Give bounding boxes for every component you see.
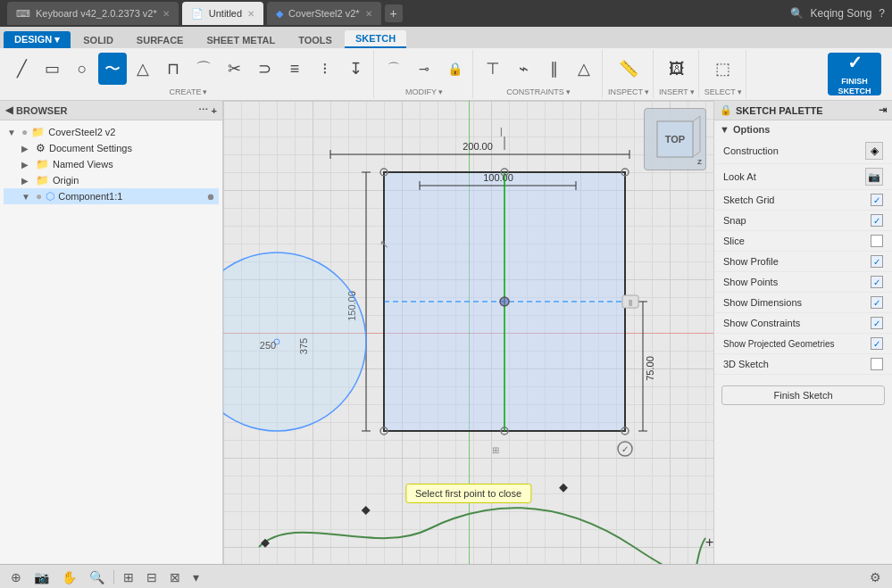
construction-icon-btn[interactable]: ◈ xyxy=(865,142,883,160)
palette-row-snap[interactable]: Snap ✓ xyxy=(714,211,892,231)
show-projected-checkbox[interactable]: ✓ xyxy=(871,337,883,350)
tool-trim[interactable]: ✂ xyxy=(220,53,248,85)
tool-lock[interactable]: 🔒 xyxy=(440,53,469,85)
new-tab-button[interactable]: + xyxy=(385,4,403,22)
design-button[interactable]: DESIGN ▾ xyxy=(4,31,71,48)
tool-circle[interactable]: ○ xyxy=(68,53,96,85)
tab-keyboard[interactable]: ⌨ Keyboard v42_2.0.2373 v2* ✕ xyxy=(7,2,179,25)
help-icon[interactable]: ? xyxy=(879,7,885,20)
palette-row-3d-sketch[interactable]: 3D Sketch xyxy=(714,354,892,375)
snap-checkbox[interactable]: ✓ xyxy=(871,214,883,227)
tool-constraint2[interactable]: ⌁ xyxy=(509,53,538,85)
tab-untitled[interactable]: 📄 Untitled ✕ xyxy=(182,2,263,25)
palette-options-header[interactable]: ▼ Options xyxy=(714,120,892,138)
coversteel-folder-icon: 📁 xyxy=(31,126,45,138)
tool-pattern[interactable]: ⁝ xyxy=(311,53,339,85)
tool-insert-image[interactable]: 🖼 xyxy=(663,53,691,85)
palette-expand-icon[interactable]: ⇥ xyxy=(879,104,887,116)
constraints-arrow: ▾ xyxy=(566,87,571,96)
slice-checkbox[interactable] xyxy=(871,235,883,247)
tool-extend[interactable]: ⊸ xyxy=(410,53,438,85)
tree-item-named-views[interactable]: ▶ 📁 Named Views xyxy=(4,156,219,172)
component-vis-icon[interactable]: ● xyxy=(36,190,42,203)
untitled-tab-close[interactable]: ✕ xyxy=(247,9,254,19)
show-profile-label: Show Profile xyxy=(723,256,779,267)
tree-item-component[interactable]: ▼ ● ⬡ Component1:1 ⏺ xyxy=(4,188,219,204)
search-icon[interactable]: 🔍 xyxy=(790,7,804,20)
tree-item-coversteel[interactable]: ▼ ● 📁 CoverSteel2 v2 xyxy=(4,124,219,140)
palette-row-show-profile[interactable]: Show Profile ✓ xyxy=(714,252,892,272)
3d-sketch-checkbox[interactable] xyxy=(871,358,883,370)
bottom-chevron-icon[interactable]: ▾ xyxy=(189,568,203,586)
palette-row-sketch-grid[interactable]: Sketch Grid ✓ xyxy=(714,190,892,211)
tool-polygon[interactable]: △ xyxy=(129,53,157,85)
coversteel-tab-close[interactable]: ✕ xyxy=(365,9,372,19)
tool-constraint4[interactable]: △ xyxy=(570,53,598,85)
palette-row-construction[interactable]: Construction ◈ xyxy=(714,138,892,164)
coversteel-vis-icon[interactable]: ● xyxy=(21,126,28,138)
sketch-grid-checkbox[interactable]: ✓ xyxy=(871,194,883,206)
show-points-checkbox[interactable]: ✓ xyxy=(871,276,883,288)
rectangle-icon: ▭ xyxy=(45,59,60,79)
canvas-area[interactable]: 200.00 100.00 150.00 75.00 250 375 xyxy=(223,101,713,564)
tree-item-origin[interactable]: ▶ 📁 Origin xyxy=(4,172,219,188)
show-dimensions-checkbox[interactable]: ✓ xyxy=(871,296,883,309)
tool-mirror[interactable]: ≡ xyxy=(280,53,309,85)
tool-offset[interactable]: ⊃ xyxy=(250,53,279,85)
bottom-display-icon[interactable]: ⊠ xyxy=(166,568,184,586)
constraint3-icon: ∥ xyxy=(550,59,558,79)
ribbon-toolbar: ╱ ▭ ○ 〜 △ ⊓ ⌒ xyxy=(0,48,892,100)
tab-tools[interactable]: TOOLS xyxy=(288,32,343,48)
show-constraints-checkbox[interactable]: ✓ xyxy=(871,317,883,329)
tool-arc[interactable]: ⌒ xyxy=(189,53,218,85)
tool-line[interactable]: ╱ xyxy=(7,53,36,85)
bottom-grid-toggle-icon[interactable]: ⊞ xyxy=(120,568,138,586)
svg-line-44 xyxy=(693,116,700,121)
browser-menu-icon[interactable]: ⋯ xyxy=(198,104,208,116)
component-expand[interactable]: ▼ xyxy=(21,192,32,202)
tool-slot[interactable]: ⊓ xyxy=(159,53,188,85)
named-views-expand[interactable]: ▶ xyxy=(21,160,32,170)
tab-coversteel[interactable]: ◆ CoverSteel2 v2* ✕ xyxy=(267,2,381,25)
browser-plus-icon[interactable]: + xyxy=(212,105,217,116)
doc-settings-expand[interactable]: ▶ xyxy=(21,144,32,153)
keyboard-tab-close[interactable]: ✕ xyxy=(163,9,170,19)
show-profile-checkbox[interactable]: ✓ xyxy=(871,255,883,268)
browser-collapse-icon[interactable]: ◀ xyxy=(5,104,13,116)
bottom-zoom-icon[interactable]: 🔍 xyxy=(86,568,108,586)
svg-text:|: | xyxy=(500,127,503,137)
palette-row-show-constraints[interactable]: Show Constraints ✓ xyxy=(714,313,892,334)
tool-rectangle[interactable]: ▭ xyxy=(38,53,66,85)
show-dimensions-label: Show Dimensions xyxy=(723,297,802,308)
tool-fillet[interactable]: ⌒ xyxy=(379,53,408,85)
tool-project[interactable]: ↧ xyxy=(341,53,370,85)
palette-row-show-points[interactable]: Show Points ✓ xyxy=(714,272,892,293)
tool-measure[interactable]: 📏 xyxy=(614,53,643,85)
palette-row-slice[interactable]: Slice xyxy=(714,231,892,252)
tool-constraint1[interactable]: ⊤ xyxy=(479,53,507,85)
tree-item-doc-settings[interactable]: ▶ ⚙ Document Settings xyxy=(4,140,219,156)
tool-select[interactable]: ⬚ xyxy=(709,53,738,85)
tab-solid[interactable]: SOLID xyxy=(72,32,124,48)
look-at-icon-btn[interactable]: 📷 xyxy=(865,168,883,186)
component-actions-icon[interactable]: ⏺ xyxy=(206,192,215,202)
bottom-pan-icon[interactable]: ✋ xyxy=(58,568,80,586)
palette-row-show-projected[interactable]: Show Projected Geometries ✓ xyxy=(714,334,892,354)
bottom-settings-icon[interactable]: ⚙ xyxy=(866,568,885,586)
bottom-view-icon[interactable]: ⊟ xyxy=(143,568,161,586)
tab-surface[interactable]: SURFACE xyxy=(126,32,195,48)
bottom-camera-icon[interactable]: 📷 xyxy=(30,568,53,586)
origin-expand[interactable]: ▶ xyxy=(21,176,32,186)
viewcube[interactable]: TOP Z X xyxy=(644,108,706,170)
tool-constraint3[interactable]: ∥ xyxy=(539,53,568,85)
coversteel-expand[interactable]: ▼ xyxy=(7,128,18,137)
palette-row-look-at[interactable]: Look At 📷 xyxy=(714,164,892,190)
finish-sketch-button[interactable]: ✓ FINISH SKETCH xyxy=(828,53,881,95)
svg-text:Z: Z xyxy=(697,158,702,166)
tab-sketch[interactable]: SKETCH xyxy=(345,30,406,48)
tab-sheet-metal[interactable]: SHEET METAL xyxy=(196,32,286,48)
palette-row-show-dimensions[interactable]: Show Dimensions ✓ xyxy=(714,293,892,313)
bottom-grid-icon[interactable]: ⊕ xyxy=(7,568,25,586)
tool-spline[interactable]: 〜 xyxy=(98,53,127,85)
finish-sketch-bottom-button[interactable]: Finish Sketch xyxy=(721,385,885,405)
